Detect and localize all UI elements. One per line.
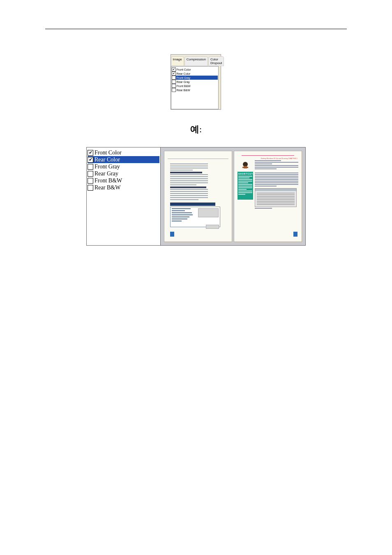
- page-chip-left-icon: [170, 232, 174, 237]
- svg-rect-1: [244, 166, 247, 168]
- shortcut-sidebar: SHORTCUT: [238, 172, 253, 200]
- preview1-banner: [170, 203, 215, 206]
- image-tab[interactable]: Image: [171, 56, 184, 66]
- page-chip-right-icon: [293, 232, 297, 237]
- list-rear-color: Rear Color: [177, 72, 191, 75]
- compression-tab[interactable]: Compression: [184, 56, 208, 66]
- image-type-list[interactable]: ✔Front Color ✔Rear Color Front Gray Rear…: [171, 66, 219, 109]
- preview1-heading1: [170, 172, 202, 173]
- preview1-heading2: [170, 187, 206, 188]
- list-front-color: Front Color: [177, 68, 191, 71]
- preview2-dialog-screenshot: [255, 188, 297, 207]
- color-dropout-tab[interactable]: Color Dropout: [208, 56, 224, 66]
- opt-rear-color[interactable]: ✔Rear Color: [88, 156, 159, 163]
- opt-front-gray[interactable]: Front Gray: [88, 163, 159, 170]
- page-rule: [45, 29, 347, 29]
- list-rear-bw: Rear B&W: [177, 89, 190, 92]
- image-selection-enlarged-list: ✔Front Color ✔Rear Color Front Gray Rear…: [87, 147, 161, 245]
- example-caption: 예:: [0, 123, 392, 136]
- opt-front-color[interactable]: ✔Front Color: [88, 149, 159, 156]
- image-tab-small-screenshot: Image Compression Color Dropout ✔Front C…: [170, 54, 222, 110]
- rear-color-preview: Getting Windows 95 Up and Running CHAPTE…: [234, 151, 302, 242]
- opt-front-bw[interactable]: Front B&W: [88, 177, 159, 184]
- opt-rear-bw[interactable]: Rear B&W: [88, 184, 159, 191]
- svg-rect-3: [247, 167, 248, 168]
- example-result-figure: ✔Front Color ✔Rear Color Front Gray Rear…: [86, 147, 306, 246]
- svg-rect-2: [242, 167, 244, 168]
- list-rear-gray: Rear Gray: [177, 81, 190, 83]
- list-front-gray: Front Gray: [177, 76, 190, 79]
- opt-rear-gray[interactable]: Rear Gray: [88, 170, 159, 177]
- front-color-preview: [164, 151, 232, 242]
- list-front-bw: Front B&W: [177, 85, 191, 88]
- mascot-icon: [240, 161, 251, 170]
